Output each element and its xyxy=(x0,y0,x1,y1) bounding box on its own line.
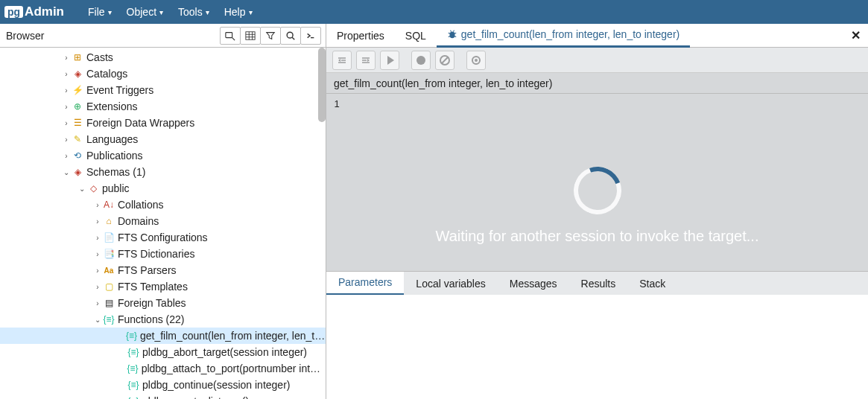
tree-label: Foreign Data Wrappers xyxy=(86,117,194,129)
tree-label: Languages xyxy=(86,133,138,145)
tree-fn-get-film-count[interactable]: ·{≡}get_film_count(len_from integer, len… xyxy=(0,328,326,344)
tree-publications[interactable]: ›⟲Publications xyxy=(0,147,326,164)
svg-line-14 xyxy=(450,31,451,32)
menu-file-label: File xyxy=(88,6,105,18)
step-over-button[interactable] xyxy=(356,51,376,70)
tree-label: FTS Dictionaries xyxy=(118,248,194,260)
tree-fts-parsers[interactable]: ›AaFTS Parsers xyxy=(0,262,326,278)
menu-object[interactable]: Object▾ xyxy=(119,6,171,18)
expand-icon[interactable]: › xyxy=(61,103,72,111)
expand-icon[interactable]: › xyxy=(61,152,72,160)
tree-label: Casts xyxy=(86,51,113,63)
tree-label: pldbg_attach_to_port(portnumber integer) xyxy=(142,363,326,374)
tab-sql-label: SQL xyxy=(405,30,426,42)
menu-file[interactable]: File▾ xyxy=(80,6,119,18)
psql-button[interactable] xyxy=(300,27,321,45)
tree-collations[interactable]: ›A↓Collations xyxy=(0,197,326,213)
expand-icon[interactable]: › xyxy=(92,250,103,258)
tree-foreign-tables[interactable]: ›▤Foreign Tables xyxy=(0,295,326,311)
svg-rect-1 xyxy=(246,31,255,39)
chevron-down-icon: ▾ xyxy=(108,8,112,16)
fts-dict-icon: 📑 xyxy=(103,248,115,260)
tree-fdw[interactable]: ›☰Foreign Data Wrappers xyxy=(0,115,326,131)
fdw-icon: ☰ xyxy=(72,117,83,129)
btab-results-label: Results xyxy=(581,278,616,290)
tree-catalogs[interactable]: ›◈Catalogs xyxy=(0,66,326,82)
continue-button[interactable] xyxy=(380,51,399,70)
clear-breakpoints-button[interactable] xyxy=(435,51,454,70)
btab-messages[interactable]: Messages xyxy=(498,272,569,296)
btab-messages-label: Messages xyxy=(510,278,557,290)
collapse-icon[interactable]: ⌄ xyxy=(92,316,103,324)
step-into-button[interactable] xyxy=(332,51,352,70)
chevron-down-icon: ▾ xyxy=(249,8,253,16)
tree-languages[interactable]: ›✎Languages xyxy=(0,131,326,147)
tree-fts-dict[interactable]: ›📑FTS Dictionaries xyxy=(0,246,326,262)
menu-tools[interactable]: Tools▾ xyxy=(171,6,217,18)
menu-help[interactable]: Help▾ xyxy=(217,6,260,18)
expand-icon[interactable]: › xyxy=(92,283,103,291)
btab-parameters[interactable]: Parameters xyxy=(326,272,404,296)
filter-button[interactable] xyxy=(260,27,281,45)
function-icon: {≡} xyxy=(126,330,137,342)
tree-label: Catalogs xyxy=(86,68,127,80)
tree-schemas[interactable]: ⌄◈Schemas (1) xyxy=(0,164,326,180)
tree-extensions[interactable]: ›⊕Extensions xyxy=(0,98,326,115)
tree-fn-attach[interactable]: ·{≡}pldbg_attach_to_port(portnumber inte… xyxy=(0,360,326,377)
expand-icon[interactable]: › xyxy=(92,217,103,226)
tree-label: pldbg_create_listener() xyxy=(142,395,249,399)
function-title-text: get_film_count(len_from integer, len_to … xyxy=(334,77,552,89)
tree-domains[interactable]: ›⌂Domains xyxy=(0,213,326,229)
menu-object-label: Object xyxy=(127,6,156,18)
browser-panel: Browser ›⊞Casts ›◈Catalogs ›⚡Event Trigg… xyxy=(0,24,326,399)
tree-public-schema[interactable]: ⌄◇public xyxy=(0,180,326,197)
play-icon xyxy=(387,56,394,65)
svg-line-23 xyxy=(442,57,448,63)
tree-fn-listener[interactable]: ·{≡}pldbg_create_listener() xyxy=(0,393,326,399)
tab-properties-label: Properties xyxy=(337,30,384,42)
expand-icon[interactable]: › xyxy=(61,135,72,144)
browser-header: Browser xyxy=(0,24,326,48)
toggle-breakpoint-button[interactable] xyxy=(411,51,431,70)
svg-point-6 xyxy=(287,32,293,38)
query-tool-button[interactable] xyxy=(220,27,241,45)
expand-icon[interactable]: › xyxy=(61,70,72,78)
tree-event-triggers[interactable]: ›⚡Event Triggers xyxy=(0,82,326,98)
tab-properties[interactable]: Properties xyxy=(326,24,395,48)
svg-line-10 xyxy=(449,33,451,33)
browser-scrollbar[interactable] xyxy=(318,48,326,122)
close-tab-button[interactable]: ✕ xyxy=(851,28,861,42)
expand-icon[interactable]: › xyxy=(61,119,72,127)
collapse-icon[interactable]: ⌄ xyxy=(61,168,72,176)
btab-results[interactable]: Results xyxy=(569,272,628,296)
expand-icon[interactable]: › xyxy=(92,299,103,307)
tree-fts-config[interactable]: ›📄FTS Configurations xyxy=(0,229,326,246)
search-button[interactable] xyxy=(280,27,301,45)
tree-fn-abort[interactable]: ·{≡}pldbg_abort_target(session integer) xyxy=(0,344,326,360)
expand-icon[interactable]: › xyxy=(92,234,103,242)
function-icon: {≡} xyxy=(127,395,139,399)
tab-sql[interactable]: SQL xyxy=(395,24,437,48)
browser-toolbar xyxy=(221,27,321,45)
function-icon: {≡} xyxy=(127,363,138,374)
expand-icon[interactable]: › xyxy=(61,54,72,62)
catalogs-icon: ◈ xyxy=(72,68,83,80)
tree-fn-continue[interactable]: ·{≡}pldbg_continue(session integer) xyxy=(0,377,326,393)
expand-icon[interactable]: › xyxy=(92,266,103,275)
schema-icon: ◇ xyxy=(87,182,99,194)
code-editor[interactable]: 1 Waiting for another session to invoke … xyxy=(326,94,868,271)
btab-stack[interactable]: Stack xyxy=(627,272,677,296)
function-icon: {≡} xyxy=(127,346,139,358)
tree-fts-templates[interactable]: ›▢FTS Templates xyxy=(0,278,326,295)
expand-icon[interactable]: › xyxy=(61,86,72,95)
svg-rect-0 xyxy=(226,32,232,37)
tab-debugger[interactable]: get_film_count(len_from integer, len_to … xyxy=(437,24,690,48)
stop-button[interactable] xyxy=(466,51,486,70)
svg-line-7 xyxy=(292,37,294,39)
tree-casts[interactable]: ›⊞Casts xyxy=(0,49,326,66)
expand-icon[interactable]: › xyxy=(92,201,103,209)
tree-functions[interactable]: ⌄{≡}Functions (22) xyxy=(0,311,326,328)
view-data-button[interactable] xyxy=(240,27,261,45)
btab-local-vars[interactable]: Local variables xyxy=(404,272,497,296)
collapse-icon[interactable]: ⌄ xyxy=(77,185,87,193)
